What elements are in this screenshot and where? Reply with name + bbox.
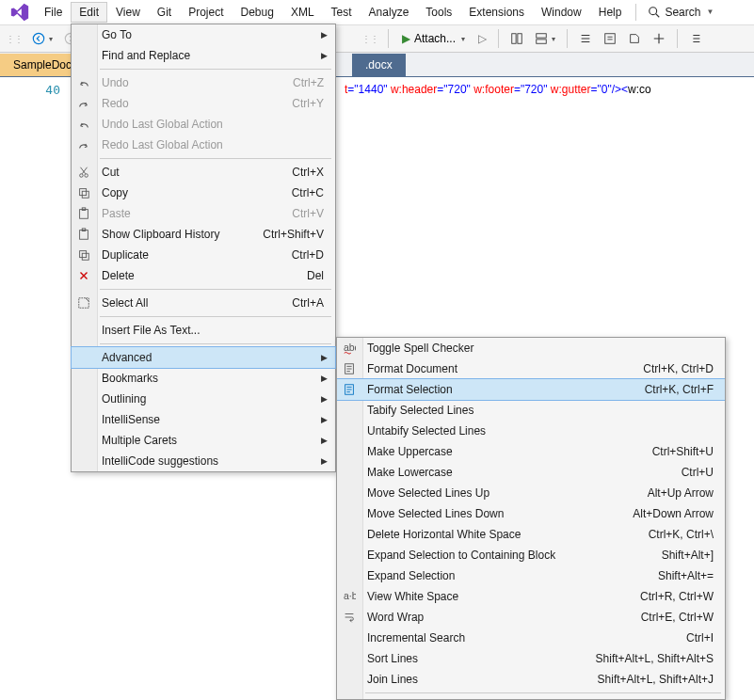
menu-test[interactable]: Test [323, 2, 361, 23]
search-icon [648, 6, 661, 19]
menu-item-label: Show Clipboard History [102, 228, 219, 241]
submenu-arrow-icon: ▶ [321, 456, 328, 466]
toolbar-icon-1[interactable] [506, 29, 527, 48]
toolbar-separator [498, 29, 499, 48]
tab-label: .docx [365, 58, 393, 72]
menu-item-delete-horizontal-white-space[interactable]: Delete Horizontal White SpaceCtrl+K, Ctr… [337, 524, 725, 545]
menu-item-untabify-selected-lines[interactable]: Untabify Selected Lines [337, 421, 725, 441]
menu-item-advanced[interactable]: Advanced▶ [72, 347, 335, 368]
menu-item-move-selected-lines-down[interactable]: Move Selected Lines DownAlt+Down Arrow [337, 503, 725, 524]
vs-logo-icon [9, 2, 30, 23]
redo-global-icon [75, 136, 92, 153]
menu-item-show-clipboard-history[interactable]: Show Clipboard HistoryCtrl+Shift+V [72, 224, 335, 245]
menu-project[interactable]: Project [180, 2, 232, 23]
wordwrap-icon [341, 609, 358, 626]
start-without-debug-button[interactable]: ▷ [474, 29, 490, 48]
document-tab[interactable]: .docx [352, 54, 406, 76]
menu-item-label: Find and Replace [102, 49, 190, 62]
svg-text:a·b: a·b [344, 590, 356, 601]
menu-item-select-all[interactable]: Select AllCtrl+A [72, 293, 335, 313]
nav-back-button[interactable]: ▾ [28, 29, 56, 48]
menu-git[interactable]: Git [149, 2, 180, 23]
menu-item-shortcut: Ctrl+E, Ctrl+W [641, 611, 714, 624]
menu-item-label: Undo [102, 76, 129, 89]
format-selection-icon [341, 381, 358, 398]
menu-item-truncated[interactable]: Next subwordCtrl+Alt+Right Arrow [337, 696, 725, 700]
menu-item-bookmarks[interactable]: Bookmarks▶ [72, 368, 335, 389]
menu-item-tabify-selected-lines[interactable]: Tabify Selected Lines [337, 400, 725, 421]
menu-item-toggle-spell-checker[interactable]: abcToggle Spell Checker [337, 338, 725, 358]
menu-view[interactable]: View [107, 2, 149, 23]
menu-item-sort-lines[interactable]: Sort LinesShift+Alt+L, Shift+Alt+S [337, 648, 725, 669]
chevron-down-icon: ▼ [706, 8, 714, 16]
menu-item-label: Go To [102, 28, 132, 41]
menu-item-find-and-replace[interactable]: Find and Replace▶ [72, 45, 335, 66]
menu-item-shortcut: Ctrl+Z [293, 76, 324, 89]
menu-item-view-white-space[interactable]: a·bView White SpaceCtrl+R, Ctrl+W [337, 586, 725, 607]
menu-item-shortcut: Alt+Up Arrow [648, 486, 714, 500]
menu-item-label: Make Lowercase [367, 466, 453, 479]
menu-analyze[interactable]: Analyze [361, 2, 418, 23]
menu-item-label: Move Selected Lines Down [367, 507, 504, 520]
line-number: 40 [0, 77, 68, 103]
toolbar-icon-7[interactable] [685, 29, 706, 48]
menu-edit[interactable]: Edit [71, 2, 107, 23]
menu-extensions[interactable]: Extensions [460, 2, 533, 23]
menu-item-label: Select All [102, 296, 148, 310]
toolbar-icon-6[interactable] [649, 29, 669, 48]
menu-item-make-lowercase[interactable]: Make LowercaseCtrl+U [337, 462, 725, 483]
menu-item-expand-selection-to-containing-block[interactable]: Expand Selection to Containing BlockShif… [337, 545, 725, 565]
toolbar-icon-2[interactable]: ▾ [531, 29, 559, 48]
menu-item-shortcut: Ctrl+U [682, 466, 714, 479]
menu-item-label: Insert File As Text... [102, 324, 200, 337]
menu-item-outlining[interactable]: Outlining▶ [72, 389, 335, 409]
menu-item-label: Move Selected Lines Up [367, 486, 489, 500]
tab-label: SampleDoc [13, 58, 72, 72]
submenu-arrow-icon: ▶ [321, 415, 328, 424]
menu-item-shortcut: Shift+Alt+L, Shift+Alt+S [596, 652, 714, 665]
menu-item-insert-file-as-text[interactable]: Insert File As Text... [72, 320, 335, 341]
menu-item-word-wrap[interactable]: Word WrapCtrl+E, Ctrl+W [337, 607, 725, 628]
menu-item-go-to[interactable]: Go To▶ [72, 24, 335, 45]
menu-item-delete[interactable]: DeleteDel [72, 265, 335, 286]
search-button[interactable]: Search ▼ [642, 4, 719, 21]
menu-item-label: Advanced [102, 351, 152, 364]
menu-item-incremental-search[interactable]: Incremental SearchCtrl+I [337, 628, 725, 648]
menu-item-format-selection[interactable]: Format SelectionCtrl+K, Ctrl+F [337, 379, 725, 400]
menu-item-cut[interactable]: CutCtrl+X [72, 162, 335, 183]
menu-item-format-document[interactable]: Format DocumentCtrl+K, Ctrl+D [337, 358, 725, 379]
menu-item-copy[interactable]: CopyCtrl+C [72, 183, 335, 203]
toolbar-grip-icon: ⋮⋮ [361, 34, 378, 44]
menu-item-label: IntelliSense [102, 413, 160, 426]
code-line: t="1440" w:header="720" w:footer="720" w… [345, 83, 746, 96]
menu-item-multiple-carets[interactable]: Multiple Carets▶ [72, 430, 335, 451]
menu-xml[interactable]: XML [282, 2, 323, 23]
svg-line-1 [656, 13, 660, 17]
menu-item-intellicode-suggestions[interactable]: IntelliCode suggestions▶ [72, 451, 335, 471]
attach-label: Attach... [414, 32, 456, 45]
menu-item-move-selected-lines-up[interactable]: Move Selected Lines UpAlt+Up Arrow [337, 483, 725, 503]
svg-point-9 [80, 174, 84, 178]
redo-icon [75, 95, 92, 112]
svg-rect-6 [537, 34, 547, 38]
menu-window[interactable]: Window [533, 2, 590, 23]
menu-item-intellisense[interactable]: IntelliSense▶ [72, 409, 335, 430]
toolbar-icon-5[interactable] [624, 29, 645, 48]
menu-debug[interactable]: Debug [233, 2, 282, 23]
attach-button[interactable]: ▶ Attach... ▾ [396, 29, 471, 48]
menu-item-shortcut: Ctrl+R, Ctrl+W [640, 590, 714, 603]
menu-item-paste: PasteCtrl+V [72, 203, 335, 224]
submenu-arrow-icon: ▶ [321, 374, 328, 383]
menu-item-duplicate[interactable]: DuplicateCtrl+D [72, 245, 335, 265]
menu-tools[interactable]: Tools [417, 2, 460, 23]
menu-item-join-lines[interactable]: Join LinesShift+Alt+L, Shift+Alt+J [337, 669, 725, 690]
menu-file[interactable]: File [36, 2, 71, 23]
menu-item-make-uppercase[interactable]: Make UppercaseCtrl+Shift+U [337, 441, 725, 462]
duplicate-icon [75, 247, 92, 263]
toolbar-icon-4[interactable] [600, 29, 620, 48]
menu-item-expand-selection[interactable]: Expand SelectionShift+Alt+= [337, 565, 725, 586]
toolbar-icon-3[interactable] [575, 29, 596, 48]
menu-help[interactable]: Help [590, 2, 631, 23]
menu-item-shortcut: Ctrl+Y [292, 97, 324, 110]
menu-separator [100, 158, 331, 159]
